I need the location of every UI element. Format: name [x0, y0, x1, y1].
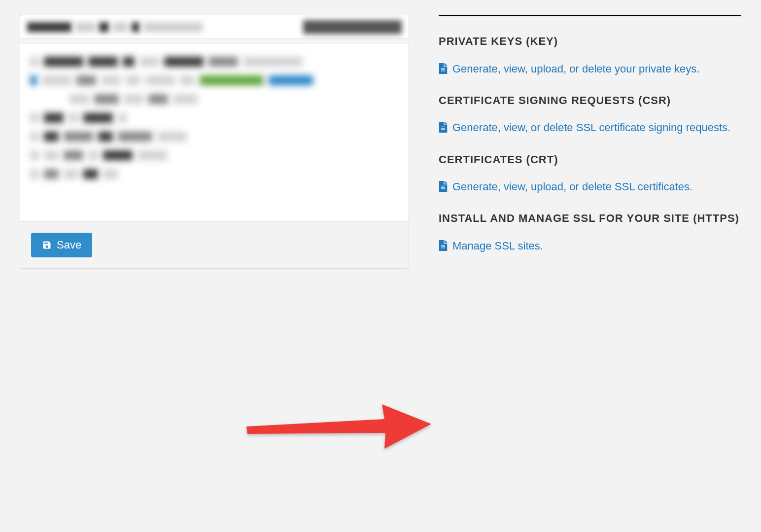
save-button-label: Save [57, 239, 81, 251]
sidebar-divider [439, 15, 741, 16]
section-heading: CERTIFICATES (CRT) [439, 152, 741, 167]
section-csr: CERTIFICATE SIGNING REQUESTS (CSR) Gener… [439, 93, 741, 137]
link-private-keys[interactable]: Generate, view, upload, or delete your p… [439, 61, 741, 77]
document-icon [439, 122, 448, 133]
document-icon [439, 63, 448, 74]
link-manage-ssl-sites[interactable]: Manage SSL sites. [439, 238, 741, 254]
section-heading: PRIVATE KEYS (KEY) [439, 34, 741, 49]
save-button[interactable]: Save [31, 233, 92, 257]
section-heading: CERTIFICATE SIGNING REQUESTS (CSR) [439, 93, 741, 108]
link-text: Generate, view, upload, or delete your p… [452, 61, 699, 77]
section-heading: INSTALL AND MANAGE SSL FOR YOUR SITE (HT… [439, 211, 741, 226]
section-private-keys: PRIVATE KEYS (KEY) Generate, view, uploa… [439, 34, 741, 77]
document-icon [439, 181, 448, 192]
document-icon [439, 240, 448, 251]
section-install-ssl: INSTALL AND MANAGE SSL FOR YOUR SITE (HT… [439, 211, 741, 254]
link-crt[interactable]: Generate, view, upload, or delete SSL ce… [439, 178, 741, 195]
annotation-arrow [237, 399, 434, 461]
editor-card: Save [20, 15, 409, 269]
editor-toolbar [20, 15, 409, 39]
ssl-sidebar: PRIVATE KEYS (KEY) Generate, view, uploa… [439, 15, 741, 270]
editor-footer: Save [20, 221, 409, 268]
link-text: Generate, view, upload, or delete SSL ce… [452, 178, 692, 195]
link-csr[interactable]: Generate, view, or delete SSL certificat… [439, 119, 741, 136]
link-text: Generate, view, or delete SSL certificat… [452, 119, 730, 136]
link-text: Manage SSL sites. [452, 238, 543, 254]
editor-body[interactable] [20, 44, 409, 221]
save-icon [42, 240, 52, 250]
section-crt: CERTIFICATES (CRT) Generate, view, uploa… [439, 152, 741, 196]
